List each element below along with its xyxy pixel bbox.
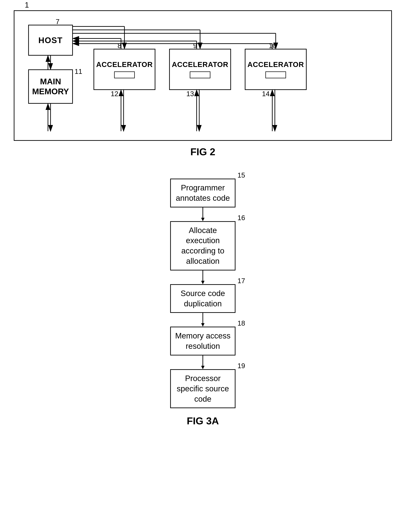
- box-19-text: Processor specific source code: [173, 373, 232, 404]
- accel-3-memory: [265, 71, 286, 78]
- fig2-outer-box: 1 HOST 7 MAINMEMORY 11 ACCELERATOR 8 12 …: [14, 10, 392, 141]
- accel-2-memory: [190, 71, 210, 78]
- accel-1-label: ACCELERATOR: [96, 60, 153, 69]
- flow-box-15: 15 Programmer annotates code: [170, 179, 235, 207]
- ref-18: 18: [238, 319, 245, 328]
- svg-marker-25: [201, 218, 204, 221]
- ref-19: 19: [238, 361, 245, 370]
- ref-8: 8: [118, 42, 121, 50]
- ref-17: 17: [238, 276, 245, 285]
- flow-box-19: 19 Processor specific source code: [170, 369, 235, 408]
- ref-1: 1: [25, 1, 29, 9]
- host-box: HOST: [28, 25, 73, 56]
- svg-marker-27: [201, 281, 204, 284]
- main-memory-label: MAINMEMORY: [32, 77, 69, 96]
- fig3a-caption: FIG 3A: [10, 415, 395, 427]
- ref-12: 12: [111, 90, 118, 98]
- fig2-section: 1 HOST 7 MAINMEMORY 11 ACCELERATOR 8 12 …: [10, 7, 395, 157]
- accelerator-3-box: ACCELERATOR: [245, 49, 307, 90]
- box-16-text: Allocate execution according to allocati…: [173, 225, 232, 266]
- box-15-text: Programmer annotates code: [173, 183, 232, 203]
- flow-box-18: 18 Memory access resolution: [170, 327, 235, 356]
- accel-1-memory: [114, 71, 135, 78]
- ref-10: 10: [269, 42, 276, 50]
- fig2-caption: FIG 2: [10, 146, 395, 157]
- accel-3-label: ACCELERATOR: [247, 60, 304, 69]
- box-18-text: Memory access resolution: [173, 331, 232, 351]
- flow-box-16: 16 Allocate execution according to alloc…: [170, 221, 235, 270]
- ref-7: 7: [56, 18, 59, 26]
- svg-marker-29: [201, 323, 204, 327]
- ref-13: 13: [186, 90, 194, 98]
- ref-11: 11: [75, 68, 82, 75]
- main-memory-box: MAINMEMORY: [28, 69, 73, 104]
- ref-14: 14: [262, 90, 270, 98]
- host-label: HOST: [38, 35, 63, 45]
- accelerator-2-box: ACCELERATOR: [169, 49, 231, 90]
- accelerator-1-box: ACCELERATOR: [94, 49, 155, 90]
- ref-9: 9: [193, 42, 197, 50]
- box-17-text: Source code duplication: [173, 288, 232, 309]
- flow-box-17: 17 Source code duplication: [170, 284, 235, 313]
- ref-16: 16: [238, 213, 245, 222]
- fig3a-section: 15 Programmer annotates code 16 Allocate…: [10, 172, 395, 427]
- svg-marker-31: [201, 366, 204, 369]
- flowchart: 15 Programmer annotates code 16 Allocate…: [151, 179, 254, 408]
- ref-15: 15: [238, 171, 245, 180]
- accel-2-label: ACCELERATOR: [172, 60, 228, 69]
